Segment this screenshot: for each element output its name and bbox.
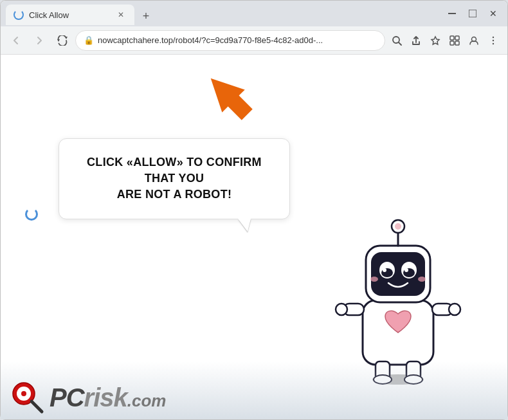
svg-rect-8 (455, 36, 459, 40)
svg-point-35 (418, 277, 426, 282)
maximize-button[interactable] (464, 5, 482, 23)
pcrisk-icon (11, 381, 44, 414)
new-tab-button[interactable]: + (137, 7, 155, 25)
address-bar[interactable]: 🔒 nowcaptchahere.top/robot4/?c=9cd9a770-… (75, 30, 385, 51)
title-bar: Click Allow ✕ + ✕ (1, 1, 507, 26)
svg-point-34 (370, 277, 378, 282)
svg-point-33 (404, 268, 408, 272)
tab-title: Click Allow (29, 10, 110, 20)
svg-marker-2 (57, 39, 60, 42)
speech-bubble: CLICK «ALLOW» TO CONFIRM THAT YOU ARE NO… (59, 138, 290, 219)
nav-bar: 🔒 nowcaptchahere.top/robot4/?c=9cd9a770-… (1, 26, 507, 55)
svg-point-12 (493, 36, 494, 37)
back-button[interactable] (6, 30, 26, 51)
bookmark-icon-button[interactable] (426, 32, 444, 50)
extensions-icon-button[interactable] (446, 32, 464, 50)
svg-line-42 (32, 401, 42, 412)
spinner (25, 208, 38, 221)
forward-button[interactable] (29, 30, 50, 51)
tab-favicon-spinner (14, 10, 24, 20)
pcrisk-text: PC risk .com (50, 383, 166, 412)
tab-close-button[interactable]: ✕ (115, 9, 127, 21)
svg-rect-0 (448, 13, 456, 14)
menu-icon-button[interactable] (484, 32, 502, 50)
svg-point-32 (383, 268, 386, 272)
window-controls: ✕ (443, 5, 502, 23)
active-tab[interactable]: Click Allow ✕ (6, 5, 134, 25)
close-button[interactable]: ✕ (484, 5, 502, 23)
svg-point-41 (21, 391, 26, 396)
svg-point-38 (395, 223, 401, 230)
svg-point-21 (449, 304, 460, 315)
svg-line-5 (399, 42, 401, 45)
pcrisk-logo: PC risk .com (11, 381, 166, 414)
svg-rect-7 (450, 36, 454, 40)
page-loading-spinner (25, 208, 38, 221)
bubble-text: CLICK «ALLOW» TO CONFIRM THAT YOU ARE NO… (78, 154, 270, 203)
lock-icon: 🔒 (84, 35, 94, 45)
pcrisk-dotcom-text: .com (127, 391, 167, 411)
svg-rect-9 (450, 41, 454, 45)
share-icon-button[interactable] (407, 32, 425, 50)
svg-marker-6 (431, 37, 439, 44)
svg-rect-27 (371, 252, 425, 296)
refresh-button[interactable] (52, 30, 73, 51)
arrow-container (200, 68, 264, 132)
svg-point-14 (493, 42, 494, 44)
pcrisk-risk-text: risk (84, 383, 127, 412)
minimize-button[interactable] (443, 5, 461, 23)
robot-svg (327, 201, 469, 387)
svg-rect-10 (455, 41, 459, 45)
robot-illustration (327, 201, 469, 381)
tab-bar: Click Allow ✕ + (6, 2, 443, 25)
arrow-icon (200, 68, 258, 125)
svg-marker-3 (65, 37, 68, 39)
url-text: nowcaptchahere.top/robot4/?c=9cd9a770-f8… (98, 35, 377, 45)
pcrisk-watermark: PC risk .com (1, 361, 507, 419)
pcrisk-pc-text: PC (50, 383, 84, 412)
search-icon-button[interactable] (388, 32, 406, 50)
svg-point-13 (493, 39, 494, 41)
svg-marker-15 (200, 68, 258, 125)
nav-icons (388, 32, 502, 50)
profile-icon-button[interactable] (465, 32, 483, 50)
svg-rect-1 (469, 10, 476, 17)
browser-window: Click Allow ✕ + ✕ 🔒 nowcaptchaher (0, 0, 508, 420)
page-content: CLICK «ALLOW» TO CONFIRM THAT YOU ARE NO… (1, 55, 507, 419)
svg-point-20 (336, 304, 347, 315)
